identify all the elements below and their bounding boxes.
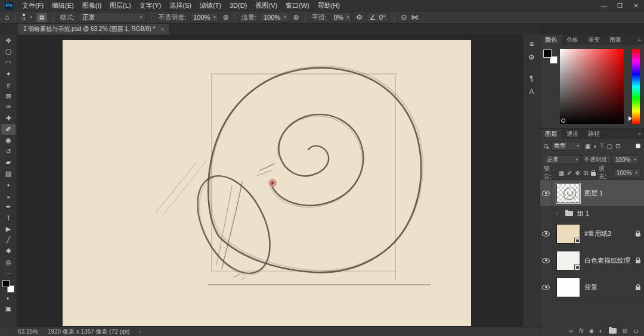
lock-transparency-icon[interactable]: ▦ (559, 170, 564, 176)
visibility-toggle[interactable] (540, 207, 552, 220)
add-layer-mask-icon[interactable]: ◙ (590, 328, 593, 334)
layer-name[interactable]: 白色素描纸纹理 (584, 256, 631, 265)
airbrush-icon[interactable]: ⊚ (293, 13, 299, 21)
layer-thumbnail[interactable] (556, 183, 580, 203)
quick-mask-button[interactable]: ◐ (1, 293, 16, 304)
tab-swatches[interactable]: 色板 (562, 35, 583, 45)
menu-edit[interactable]: 编辑(E) (48, 0, 78, 11)
filter-pixel-layers-icon[interactable]: ▣ (585, 143, 590, 150)
layer-style-icon[interactable]: fx (579, 328, 584, 334)
menu-image[interactable]: 图像(I) (78, 0, 106, 11)
tool-rotate-view[interactable]: ✱ (1, 245, 16, 257)
tab-paths[interactable]: 路径 (583, 129, 605, 139)
layer-thumbnail[interactable] (556, 278, 580, 297)
panel-menu-icon[interactable]: ≡ (638, 37, 641, 43)
filter-shape-layers-icon[interactable]: ▢ (607, 143, 612, 150)
document-canvas[interactable] (63, 40, 471, 326)
brush-preset-picker[interactable]: 11 (21, 14, 26, 21)
tool-path-selection[interactable]: ▶ (1, 223, 16, 235)
tool-dodge[interactable]: ◒ (1, 190, 16, 201)
pressure-opacity-icon[interactable]: ⊛ (223, 13, 229, 21)
filter-type-layers-icon[interactable]: T (600, 143, 604, 150)
blend-mode-select[interactable]: 正常 ▾ (79, 13, 145, 22)
tool-spot-healing-brush[interactable]: ✚ (1, 113, 16, 124)
layer-name[interactable]: 背景 (584, 283, 631, 292)
link-layers-icon[interactable]: ∞ (569, 328, 573, 334)
tool-rectangular-marquee[interactable]: ▢ (1, 46, 16, 58)
menu-layer[interactable]: 图层(L) (106, 0, 135, 11)
visibility-toggle[interactable] (540, 220, 552, 247)
layer-opacity-select[interactable]: 100% ▾ (612, 155, 639, 164)
color-swatches[interactable] (2, 280, 15, 293)
edit-toolbar-icon[interactable]: ⋯ (1, 267, 16, 279)
tool-blur[interactable]: ◗ (1, 179, 16, 191)
color-panel-swatches[interactable] (543, 49, 558, 64)
visibility-toggle[interactable] (540, 247, 552, 273)
symmetry-icon[interactable]: ⋈ (411, 13, 418, 21)
menu-help[interactable]: 帮助(H) (314, 0, 344, 11)
layer-thumbnail[interactable] (556, 251, 580, 270)
menu-view[interactable]: 视图(V) (251, 0, 281, 11)
tab-color[interactable]: 颜色 (540, 35, 562, 45)
tool-clone-stamp[interactable]: ◉ (1, 135, 16, 146)
document-tab[interactable]: 2 明暗素描与示范.psd @ 63.2% (图层 1, RGB/8) * × (18, 24, 170, 35)
hue-slider[interactable] (632, 49, 640, 124)
brush-settings-panel-toggle[interactable]: ▤ (36, 13, 47, 22)
chevron-down-icon[interactable]: ▾ (30, 15, 33, 20)
home-icon[interactable]: ⌂ (5, 13, 9, 21)
tab-patterns[interactable]: 图案 (605, 35, 626, 45)
tool-crop[interactable]: # (1, 79, 16, 91)
tool-gradient[interactable]: ▨ (1, 168, 16, 179)
tool-shape[interactable]: ╱ (1, 235, 16, 246)
filter-smart-objects-icon[interactable]: ⊡ (615, 143, 620, 150)
maximize-button[interactable]: ❒ (612, 0, 628, 11)
tool-move[interactable]: ✥ (1, 35, 16, 46)
paragraph-panel-icon[interactable]: ¶ (525, 72, 539, 85)
gear-icon[interactable]: ⚙ (356, 13, 363, 21)
menu-window[interactable]: 窗口(W) (281, 0, 314, 11)
menu-type[interactable]: 文字(Y) (135, 0, 166, 11)
lock-all-icon[interactable] (591, 172, 596, 176)
character-panel-icon[interactable]: A (525, 85, 539, 98)
visibility-toggle[interactable] (540, 180, 552, 206)
tool-eraser[interactable]: ▰ (1, 157, 16, 169)
tool-type[interactable]: T (1, 213, 16, 224)
smoothing-select[interactable]: 0% ▾ (331, 13, 352, 22)
minimize-button[interactable]: — (596, 0, 612, 11)
pressure-size-icon[interactable]: ⊙ (401, 13, 407, 21)
status-chevron-icon[interactable]: › (139, 328, 141, 335)
color-field-marker-icon[interactable] (561, 119, 565, 123)
foreground-color-swatch[interactable] (2, 280, 10, 287)
tool-brush[interactable]: ✐ (1, 124, 16, 135)
filter-kind-select[interactable]: 类型 ▾ (551, 142, 582, 151)
add-adjustment-layer-icon[interactable]: ◐ (599, 328, 603, 334)
tab-gradients[interactable]: 渐变 (583, 35, 605, 45)
close-button[interactable]: ✕ (628, 0, 644, 11)
tool-quick-selection[interactable]: ✦ (1, 69, 16, 80)
screen-mode-button[interactable]: ▣ (1, 304, 16, 315)
layer-row-white-texture[interactable]: 白色素描纸纹理 (540, 247, 644, 274)
layer-row-layer-1[interactable]: 图层 1 (540, 180, 644, 207)
layer-thumbnail[interactable] (556, 224, 580, 244)
saturation-brightness-field[interactable] (560, 49, 624, 124)
close-tab-icon[interactable]: × (160, 26, 164, 33)
tool-eyedropper[interactable]: ✑ (1, 102, 16, 113)
layer-name[interactable]: #常用纸3 (584, 229, 631, 238)
filter-toggle-icon[interactable] (636, 144, 640, 148)
new-layer-icon[interactable]: ⊞ (623, 328, 627, 334)
menu-3d[interactable]: 3D(D) (225, 0, 251, 11)
brush-angle-field[interactable]: ∠ 0° (367, 13, 388, 22)
filter-adjustment-layers-icon[interactable]: ◐ (593, 143, 597, 150)
delete-layer-icon[interactable]: ⊔ (633, 328, 638, 334)
hue-slider-marker-icon[interactable] (628, 116, 632, 121)
layer-row-group-1[interactable]: › 组 1 (540, 207, 644, 220)
zoom-level-field[interactable]: 63.15% (18, 328, 38, 335)
visibility-toggle[interactable] (540, 274, 552, 300)
layer-fill-select[interactable]: 100% ▾ (614, 168, 640, 178)
layer-row-background[interactable]: 背景 (540, 274, 644, 301)
tool-pen[interactable]: ✒ (1, 201, 16, 213)
lock-paint-icon[interactable]: ✐ (567, 170, 572, 176)
menu-filter[interactable]: 滤镜(T) (196, 0, 225, 11)
layer-name[interactable]: 图层 1 (584, 189, 640, 198)
tool-lasso[interactable]: ◠ (1, 57, 16, 69)
